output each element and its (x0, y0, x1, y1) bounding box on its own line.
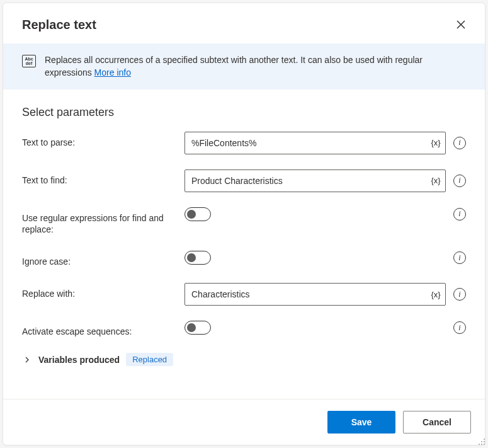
dialog-title: Replace text (22, 18, 96, 32)
info-icon[interactable]: i (453, 251, 466, 264)
close-icon (457, 20, 465, 29)
variables-produced-row[interactable]: Variables produced Replaced (22, 353, 466, 366)
info-banner: Abc def Replaces all occurrences of a sp… (3, 43, 485, 89)
field-text-to-find: Text to find: {x} i (22, 169, 466, 192)
insert-variable-button[interactable]: {x} (426, 132, 445, 154)
use-regex-toggle[interactable] (184, 207, 211, 221)
info-icon[interactable]: i (453, 137, 466, 149)
chevron-right-icon (22, 355, 32, 365)
replace-with-input[interactable] (185, 289, 426, 299)
insert-variable-button[interactable]: {x} (426, 170, 445, 192)
close-button[interactable] (451, 14, 471, 35)
field-label: Use regular expressions for find and rep… (22, 207, 179, 236)
dialog-header: Replace text (3, 3, 485, 43)
save-button[interactable]: Save (327, 411, 395, 434)
cancel-button[interactable]: Cancel (403, 411, 471, 434)
replace-text-icon: Abc def (22, 55, 36, 67)
insert-variable-button[interactable]: {x} (426, 284, 445, 305)
info-icon[interactable]: i (453, 208, 466, 221)
dialog-footer: Save Cancel (3, 399, 485, 445)
field-label: Replace with: (22, 283, 179, 300)
field-ignore-case: Ignore case: i (22, 251, 466, 268)
field-label: Ignore case: (22, 251, 179, 268)
info-icon[interactable]: i (453, 321, 466, 334)
text-to-find-input[interactable] (185, 176, 426, 186)
field-text-to-parse: Text to parse: {x} i (22, 132, 466, 154)
field-label: Text to parse: (22, 132, 179, 149)
field-replace-with: Replace with: {x} i (22, 283, 466, 306)
text-to-parse-input[interactable] (185, 138, 426, 148)
replace-text-dialog: Replace text Abc def Replaces all occurr… (3, 3, 485, 445)
field-use-regex: Use regular expressions for find and rep… (22, 207, 466, 236)
text-input-wrapper: {x} (184, 283, 446, 306)
field-label: Text to find: (22, 169, 179, 187)
info-icon[interactable]: i (453, 288, 466, 301)
ignore-case-toggle[interactable] (184, 251, 211, 265)
field-escape-sequences: Activate escape sequences: i (22, 321, 466, 338)
more-info-link[interactable]: More info (94, 67, 131, 78)
variable-badge[interactable]: Replaced (126, 353, 173, 366)
variables-produced-label: Variables produced (38, 355, 120, 365)
escape-sequences-toggle[interactable] (184, 321, 211, 335)
dialog-content: Select parameters Text to parse: {x} i T… (3, 89, 485, 399)
text-input-wrapper: {x} (184, 169, 446, 192)
info-icon[interactable]: i (453, 175, 466, 187)
banner-text: Replaces all occurrences of a specified … (45, 54, 466, 79)
text-input-wrapper: {x} (184, 132, 446, 154)
section-title: Select parameters (22, 106, 466, 119)
field-label: Activate escape sequences: (22, 321, 179, 338)
